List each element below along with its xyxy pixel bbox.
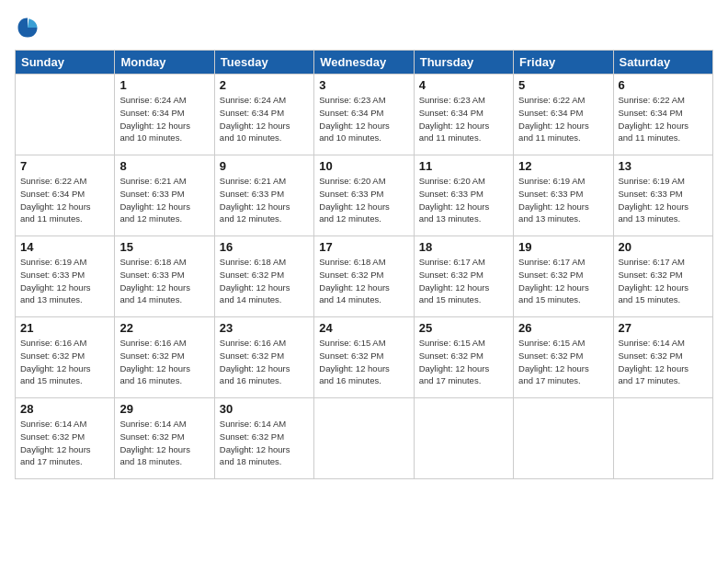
day-number: 23 [220, 321, 309, 335]
day-info: Sunrise: 6:14 AMSunset: 6:32 PMDaylight:… [119, 418, 209, 468]
weekday-header: Thursday [414, 51, 513, 75]
day-info: Sunrise: 6:17 AMSunset: 6:32 PMDaylight:… [419, 256, 508, 306]
day-info: Sunrise: 6:24 AMSunset: 6:34 PMDaylight:… [220, 94, 309, 144]
calendar-cell: 23Sunrise: 6:16 AMSunset: 6:32 PMDayligh… [214, 317, 313, 398]
day-number: 6 [619, 78, 708, 92]
day-number: 11 [419, 159, 508, 173]
calendar-week-row: 1Sunrise: 6:24 AMSunset: 6:34 PMDaylight… [16, 75, 713, 155]
day-info: Sunrise: 6:17 AMSunset: 6:32 PMDaylight:… [518, 256, 608, 306]
day-number: 22 [119, 321, 209, 335]
calendar-cell: 12Sunrise: 6:19 AMSunset: 6:33 PMDayligh… [514, 155, 613, 236]
calendar-cell: 7Sunrise: 6:22 AMSunset: 6:34 PMDaylight… [16, 155, 115, 236]
calendar-cell: 17Sunrise: 6:18 AMSunset: 6:32 PMDayligh… [314, 236, 414, 317]
day-info: Sunrise: 6:14 AMSunset: 6:32 PMDaylight:… [220, 418, 309, 468]
calendar-week-row: 21Sunrise: 6:16 AMSunset: 6:32 PMDayligh… [16, 317, 713, 398]
day-number: 26 [518, 321, 608, 335]
weekday-header: Sunday [16, 51, 115, 75]
day-number: 3 [319, 78, 408, 92]
calendar-cell: 1Sunrise: 6:24 AMSunset: 6:34 PMDaylight… [115, 75, 214, 155]
calendar-cell: 15Sunrise: 6:18 AMSunset: 6:33 PMDayligh… [115, 236, 214, 317]
calendar-cell: 29Sunrise: 6:14 AMSunset: 6:32 PMDayligh… [115, 398, 214, 479]
calendar-cell: 8Sunrise: 6:21 AMSunset: 6:33 PMDaylight… [115, 155, 214, 236]
day-number: 21 [20, 321, 109, 335]
day-info: Sunrise: 6:23 AMSunset: 6:34 PMDaylight:… [419, 94, 508, 144]
calendar-cell: 14Sunrise: 6:19 AMSunset: 6:33 PMDayligh… [16, 236, 115, 317]
day-number: 17 [319, 240, 408, 254]
day-info: Sunrise: 6:16 AMSunset: 6:32 PMDaylight:… [220, 337, 309, 387]
weekday-header: Monday [115, 51, 214, 75]
calendar-cell [514, 398, 613, 479]
day-number: 16 [220, 240, 309, 254]
page: SundayMondayTuesdayWednesdayThursdayFrid… [0, 0, 728, 563]
day-number: 2 [220, 78, 309, 92]
calendar-cell: 10Sunrise: 6:20 AMSunset: 6:33 PMDayligh… [314, 155, 414, 236]
day-number: 25 [419, 321, 508, 335]
day-info: Sunrise: 6:22 AMSunset: 6:34 PMDaylight:… [619, 94, 708, 144]
day-info: Sunrise: 6:14 AMSunset: 6:32 PMDaylight:… [20, 418, 109, 468]
day-number: 4 [419, 78, 508, 92]
calendar-cell: 27Sunrise: 6:14 AMSunset: 6:32 PMDayligh… [613, 317, 712, 398]
day-number: 12 [518, 159, 608, 173]
calendar-cell: 5Sunrise: 6:22 AMSunset: 6:34 PMDaylight… [514, 75, 613, 155]
day-number: 19 [518, 240, 608, 254]
day-info: Sunrise: 6:17 AMSunset: 6:32 PMDaylight:… [619, 256, 708, 306]
day-number: 20 [619, 240, 708, 254]
weekday-header: Wednesday [314, 51, 414, 75]
calendar-header-row: SundayMondayTuesdayWednesdayThursdayFrid… [16, 51, 713, 75]
day-number: 13 [619, 159, 708, 173]
day-number: 28 [20, 402, 109, 416]
calendar-cell: 26Sunrise: 6:15 AMSunset: 6:32 PMDayligh… [514, 317, 613, 398]
calendar-cell: 20Sunrise: 6:17 AMSunset: 6:32 PMDayligh… [613, 236, 712, 317]
day-info: Sunrise: 6:19 AMSunset: 6:33 PMDaylight:… [518, 175, 608, 225]
day-number: 9 [220, 159, 309, 173]
calendar-cell: 4Sunrise: 6:23 AMSunset: 6:34 PMDaylight… [414, 75, 513, 155]
calendar-cell [613, 398, 712, 479]
day-info: Sunrise: 6:16 AMSunset: 6:32 PMDaylight:… [119, 337, 209, 387]
calendar-cell [414, 398, 513, 479]
day-info: Sunrise: 6:15 AMSunset: 6:32 PMDaylight:… [319, 337, 408, 387]
calendar-cell: 24Sunrise: 6:15 AMSunset: 6:32 PMDayligh… [314, 317, 414, 398]
calendar-cell: 21Sunrise: 6:16 AMSunset: 6:32 PMDayligh… [16, 317, 115, 398]
day-info: Sunrise: 6:19 AMSunset: 6:33 PMDaylight:… [619, 175, 708, 225]
calendar: SundayMondayTuesdayWednesdayThursdayFrid… [15, 50, 713, 479]
calendar-cell: 13Sunrise: 6:19 AMSunset: 6:33 PMDayligh… [613, 155, 712, 236]
day-info: Sunrise: 6:22 AMSunset: 6:34 PMDaylight:… [20, 175, 109, 225]
calendar-cell: 22Sunrise: 6:16 AMSunset: 6:32 PMDayligh… [115, 317, 214, 398]
calendar-cell: 30Sunrise: 6:14 AMSunset: 6:32 PMDayligh… [214, 398, 313, 479]
calendar-cell: 18Sunrise: 6:17 AMSunset: 6:32 PMDayligh… [414, 236, 513, 317]
calendar-cell [314, 398, 414, 479]
calendar-cell: 2Sunrise: 6:24 AMSunset: 6:34 PMDaylight… [214, 75, 313, 155]
day-number: 10 [319, 159, 408, 173]
day-info: Sunrise: 6:20 AMSunset: 6:33 PMDaylight:… [419, 175, 508, 225]
calendar-cell: 25Sunrise: 6:15 AMSunset: 6:32 PMDayligh… [414, 317, 513, 398]
weekday-header: Tuesday [214, 51, 313, 75]
calendar-cell: 16Sunrise: 6:18 AMSunset: 6:32 PMDayligh… [214, 236, 313, 317]
day-number: 29 [119, 402, 209, 416]
weekday-header: Saturday [613, 51, 712, 75]
day-number: 7 [20, 159, 109, 173]
day-number: 1 [119, 78, 209, 92]
calendar-cell: 3Sunrise: 6:23 AMSunset: 6:34 PMDaylight… [314, 75, 414, 155]
calendar-week-row: 14Sunrise: 6:19 AMSunset: 6:33 PMDayligh… [16, 236, 713, 317]
day-info: Sunrise: 6:18 AMSunset: 6:32 PMDaylight:… [319, 256, 408, 306]
day-number: 30 [220, 402, 309, 416]
calendar-week-row: 7Sunrise: 6:22 AMSunset: 6:34 PMDaylight… [16, 155, 713, 236]
day-info: Sunrise: 6:24 AMSunset: 6:34 PMDaylight:… [119, 94, 209, 144]
day-info: Sunrise: 6:23 AMSunset: 6:34 PMDaylight:… [319, 94, 408, 144]
calendar-cell: 9Sunrise: 6:21 AMSunset: 6:33 PMDaylight… [214, 155, 313, 236]
day-info: Sunrise: 6:18 AMSunset: 6:33 PMDaylight:… [119, 256, 209, 306]
day-info: Sunrise: 6:20 AMSunset: 6:33 PMDaylight:… [319, 175, 408, 225]
logo-icon [15, 15, 40, 40]
day-info: Sunrise: 6:15 AMSunset: 6:32 PMDaylight:… [419, 337, 508, 387]
day-info: Sunrise: 6:21 AMSunset: 6:33 PMDaylight:… [119, 175, 209, 225]
calendar-cell: 28Sunrise: 6:14 AMSunset: 6:32 PMDayligh… [16, 398, 115, 479]
day-number: 15 [119, 240, 209, 254]
day-info: Sunrise: 6:18 AMSunset: 6:32 PMDaylight:… [220, 256, 309, 306]
day-info: Sunrise: 6:19 AMSunset: 6:33 PMDaylight:… [20, 256, 109, 306]
day-number: 14 [20, 240, 109, 254]
day-number: 8 [119, 159, 209, 173]
day-number: 5 [518, 78, 608, 92]
calendar-cell: 19Sunrise: 6:17 AMSunset: 6:32 PMDayligh… [514, 236, 613, 317]
calendar-cell [16, 75, 115, 155]
weekday-header: Friday [514, 51, 613, 75]
